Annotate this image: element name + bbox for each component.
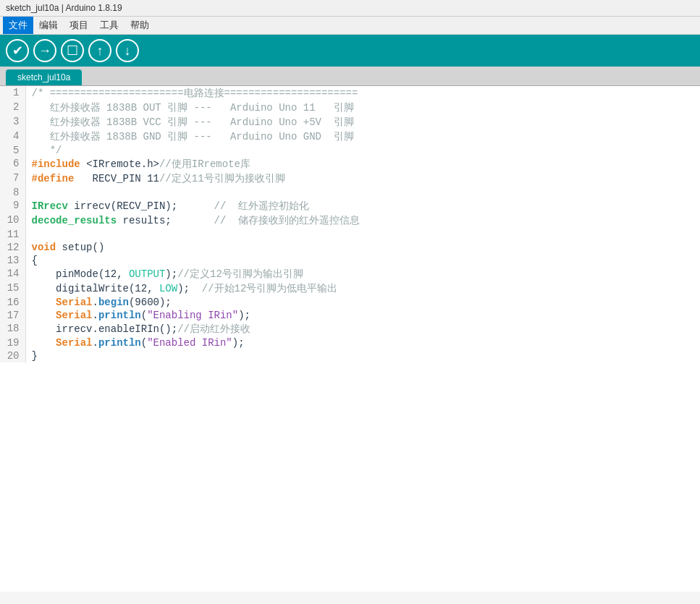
line-number: 14: [0, 267, 25, 281]
menu-project[interactable]: 项目: [64, 17, 94, 34]
table-row: 19 Serial.println("Enabled IRin");: [0, 336, 700, 349]
table-row: 17 Serial.println("Enabling IRin");: [0, 309, 700, 322]
table-row: 8: [0, 186, 700, 199]
line-code: Serial.println("Enabled IRin");: [25, 336, 700, 349]
table-row: 18 irrecv.enableIRIn();//启动红外接收: [0, 322, 700, 336]
line-code: /* ======================电路连接===========…: [25, 86, 700, 101]
table-row: 11: [0, 228, 700, 241]
tab-label: sketch_jul10a: [17, 72, 70, 82]
title-bar: sketch_jul10a | Arduino 1.8.19: [0, 0, 700, 17]
line-number: 7: [0, 171, 25, 186]
table-row: 12 void setup(): [0, 241, 700, 254]
line-number: 17: [0, 309, 25, 322]
line-code: 红外接收器 1838B VCC 引脚 --- Arduino Uno +5V 引…: [25, 115, 700, 129]
upload-button[interactable]: →: [33, 39, 56, 62]
save-button[interactable]: ↓: [116, 39, 139, 62]
menu-tools[interactable]: 工具: [94, 17, 125, 34]
table-row: 2 红外接收器 1838B OUT 引脚 --- Arduino Uno 11 …: [0, 101, 700, 115]
line-number: 10: [0, 213, 25, 228]
line-number: 2: [0, 101, 25, 115]
line-code: decode_results results; // 储存接收到的红外遥控信息: [25, 213, 700, 228]
line-number: 1: [0, 86, 25, 101]
line-code: Serial.begin(9600);: [25, 296, 700, 309]
line-number: 19: [0, 336, 25, 349]
line-number: 8: [0, 186, 25, 199]
table-row: 14 pinMode(12, OUTPUT);//定义12号引脚为输出引脚: [0, 267, 700, 281]
menu-help[interactable]: 帮助: [125, 17, 155, 34]
line-number: 11: [0, 228, 25, 241]
line-number: 15: [0, 281, 25, 296]
table-row: 3 红外接收器 1838B VCC 引脚 --- Arduino Uno +5V…: [0, 115, 700, 129]
verify-button[interactable]: ✔: [6, 39, 29, 62]
line-code: void setup(): [25, 241, 700, 254]
line-code: {: [25, 254, 700, 267]
menu-edit[interactable]: 编辑: [33, 17, 64, 34]
table-row: 9 IRrecv irrecv(RECV_PIN); // 红外遥控初始化: [0, 199, 700, 213]
code-table: 1 /* ======================电路连接=========…: [0, 86, 700, 362]
line-code: digitalWrite(12, LOW); //开始12号引脚为低电平输出: [25, 281, 700, 296]
line-code: [25, 186, 700, 199]
line-code: #define RECV_PIN 11//定义11号引脚为接收引脚: [25, 171, 700, 186]
line-number: 4: [0, 129, 25, 144]
toolbar: ✔ → ☐ ↑ ↓: [0, 35, 700, 67]
line-number: 5: [0, 144, 25, 157]
line-code: 红外接收器 1838B GND 引脚 --- Arduino Uno GND 引…: [25, 129, 700, 144]
line-number: 13: [0, 254, 25, 267]
line-number: 6: [0, 157, 25, 171]
title-text: sketch_jul10a | Arduino 1.8.19: [6, 3, 122, 13]
table-row: 20 }: [0, 349, 700, 362]
menu-bar: 文件 编辑 项目 工具 帮助: [0, 17, 700, 35]
table-row: 13 {: [0, 254, 700, 267]
line-code: }: [25, 349, 700, 362]
line-number: 12: [0, 241, 25, 254]
line-code: irrecv.enableIRIn();//启动红外接收: [25, 322, 700, 336]
line-code: Serial.println("Enabling IRin");: [25, 309, 700, 322]
table-row: 10 decode_results results; // 储存接收到的红外遥控…: [0, 213, 700, 228]
table-row: 6 #include <IRremote.h>//使用IRremote库: [0, 157, 700, 171]
line-code: */: [25, 144, 700, 157]
line-code: #include <IRremote.h>//使用IRremote库: [25, 157, 700, 171]
table-row: 7 #define RECV_PIN 11//定义11号引脚为接收引脚: [0, 171, 700, 186]
line-code: [25, 228, 700, 241]
tab-sketch[interactable]: sketch_jul10a: [6, 69, 82, 85]
table-row: 1 /* ======================电路连接=========…: [0, 86, 700, 101]
tab-bar: sketch_jul10a: [0, 67, 700, 86]
table-row: 15 digitalWrite(12, LOW); //开始12号引脚为低电平输…: [0, 281, 700, 296]
line-number: 18: [0, 322, 25, 336]
line-number: 9: [0, 199, 25, 213]
line-code: 红外接收器 1838B OUT 引脚 --- Arduino Uno 11 引脚: [25, 101, 700, 115]
open-button[interactable]: ↑: [88, 39, 111, 62]
line-code: pinMode(12, OUTPUT);//定义12号引脚为输出引脚: [25, 267, 700, 281]
menu-file[interactable]: 文件: [3, 17, 33, 34]
line-number: 20: [0, 349, 25, 362]
line-code: IRrecv irrecv(RECV_PIN); // 红外遥控初始化: [25, 199, 700, 213]
table-row: 16 Serial.begin(9600);: [0, 296, 700, 309]
table-row: 5 */: [0, 144, 700, 157]
code-area[interactable]: 1 /* ======================电路连接=========…: [0, 86, 700, 592]
new-button[interactable]: ☐: [61, 39, 84, 62]
table-row: 4 红外接收器 1838B GND 引脚 --- Arduino Uno GND…: [0, 129, 700, 144]
line-number: 16: [0, 296, 25, 309]
line-number: 3: [0, 115, 25, 129]
